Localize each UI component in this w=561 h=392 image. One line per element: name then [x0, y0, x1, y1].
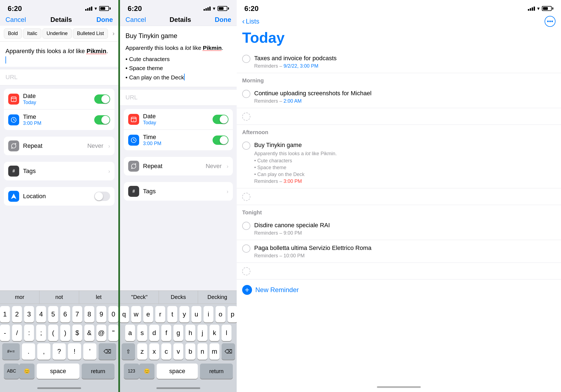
cancel-button-1[interactable]: Cancel	[5, 16, 26, 24]
key-f[interactable]: f	[161, 325, 171, 341]
url-field-1[interactable]: URL	[0, 69, 118, 85]
suggestion-2[interactable]: not	[39, 291, 79, 304]
suggestion-6[interactable]: Decking	[198, 291, 237, 304]
key-6[interactable]: 6	[60, 306, 70, 322]
new-reminder-button[interactable]: + New Reminder	[237, 279, 561, 300]
key-p[interactable]: p	[228, 306, 237, 322]
item-circle-empty-1[interactable]	[242, 113, 250, 121]
key-9[interactable]: 9	[96, 306, 106, 322]
key-z[interactable]: z	[137, 343, 147, 360]
key-g[interactable]: g	[173, 325, 183, 341]
key-s[interactable]: s	[137, 325, 147, 341]
key-question[interactable]: ?	[53, 343, 66, 360]
key-comma[interactable]: ,	[37, 343, 50, 360]
time-toggle-1[interactable]	[94, 115, 110, 125]
key-open-paren[interactable]: (	[48, 325, 58, 341]
key-v[interactable]: v	[173, 343, 183, 360]
key-0[interactable]: 0	[108, 306, 118, 322]
url-field-2[interactable]: URL	[120, 89, 237, 106]
key-at[interactable]: @	[96, 325, 106, 341]
key-space-1[interactable]: space	[37, 364, 79, 379]
date-row-2[interactable]: 7 Date Today	[124, 109, 233, 130]
key-2[interactable]: 2	[12, 306, 22, 322]
key-colon[interactable]: :	[24, 325, 34, 341]
location-toggle-1[interactable]	[94, 192, 110, 201]
item-circle-3[interactable]	[242, 142, 250, 150]
item-circle-5[interactable]	[242, 244, 250, 253]
key-quote[interactable]: "	[108, 325, 118, 341]
key-q[interactable]: q	[119, 306, 129, 322]
key-abc[interactable]: ABC	[4, 364, 19, 379]
key-o[interactable]: o	[216, 306, 225, 322]
key-semicolon[interactable]: ;	[36, 325, 46, 341]
key-space-2[interactable]: space	[157, 364, 198, 379]
delete-key-1[interactable]: ⌫	[99, 343, 116, 360]
time-row-2[interactable]: Time 3:00 PM	[124, 130, 233, 150]
item-circle-4[interactable]	[242, 222, 250, 230]
repeat-row-2[interactable]: Repeat Never ›	[124, 157, 233, 175]
key-k[interactable]: k	[210, 325, 219, 341]
key-u[interactable]: u	[191, 306, 201, 322]
key-slash[interactable]: /	[12, 325, 22, 341]
item-circle-2[interactable]	[242, 90, 250, 98]
key-3[interactable]: 3	[24, 306, 34, 322]
key-e[interactable]: e	[143, 306, 153, 322]
key-8[interactable]: 8	[84, 306, 94, 322]
suggestion-5[interactable]: Decks	[159, 291, 198, 304]
italic-button[interactable]: Italic	[23, 28, 41, 39]
key-period[interactable]: .	[22, 343, 35, 360]
more-formats-chevron-icon[interactable]: ›	[113, 30, 115, 37]
key-hashplus[interactable]: #+=	[2, 343, 20, 360]
key-i[interactable]: i	[204, 306, 213, 322]
key-x[interactable]: x	[149, 343, 159, 360]
key-5[interactable]: 5	[48, 306, 58, 322]
key-return-2[interactable]: return	[200, 364, 233, 379]
done-button-1[interactable]: Done	[96, 16, 113, 24]
date-toggle-2[interactable]	[213, 115, 228, 124]
shift-key-2[interactable]: ⇧	[122, 343, 135, 360]
time-row-1[interactable]: Time 3:00 PM	[4, 109, 115, 130]
key-n[interactable]: n	[198, 343, 207, 360]
key-dollar[interactable]: $	[72, 325, 82, 341]
key-h[interactable]: h	[185, 325, 195, 341]
bold-button[interactable]: Bold	[4, 28, 22, 39]
done-button-2[interactable]: Done	[215, 16, 231, 24]
key-w[interactable]: w	[131, 306, 141, 322]
date-toggle-1[interactable]	[94, 94, 110, 104]
key-emoji-2[interactable]: 😊	[139, 364, 154, 379]
key-j[interactable]: j	[198, 325, 207, 341]
key-r[interactable]: r	[155, 306, 165, 322]
tags-row-2[interactable]: # Tags ›	[124, 182, 233, 201]
underline-button[interactable]: Underline	[42, 28, 72, 39]
suggestion-3[interactable]: let	[79, 291, 118, 304]
key-1[interactable]: 1	[0, 306, 10, 322]
delete-key-2[interactable]: ⌫	[222, 343, 235, 360]
back-button[interactable]: ‹ Lists	[242, 17, 259, 26]
key-d[interactable]: d	[149, 325, 159, 341]
item-circle-empty-2[interactable]	[242, 193, 250, 201]
key-close-paren[interactable]: )	[60, 325, 70, 341]
key-minus[interactable]: -	[0, 325, 10, 341]
cancel-button-2[interactable]: Cancel	[125, 16, 146, 24]
key-4[interactable]: 4	[36, 306, 46, 322]
key-m[interactable]: m	[210, 343, 219, 360]
suggestion-4[interactable]: "Deck"	[120, 291, 159, 304]
item-circle-empty-3[interactable]	[242, 267, 250, 275]
key-l[interactable]: l	[222, 325, 231, 341]
key-exclaim[interactable]: !	[68, 343, 81, 360]
location-row-1[interactable]: Location	[4, 187, 115, 206]
note-body-2[interactable]: Buy Tinykin game Apparently this looks a…	[120, 26, 237, 87]
tags-row-1[interactable]: # Tags ›	[4, 162, 115, 180]
suggestion-1[interactable]: mor	[0, 291, 39, 304]
key-123[interactable]: 123	[124, 364, 139, 379]
key-apostrophe[interactable]: '	[83, 343, 96, 360]
bulleted-list-button[interactable]: Bulleted List	[73, 28, 108, 39]
repeat-row-1[interactable]: Repeat Never ›	[4, 137, 115, 155]
key-7[interactable]: 7	[72, 306, 82, 322]
key-emoji-1[interactable]: 😊	[19, 364, 35, 379]
key-c[interactable]: c	[161, 343, 171, 360]
key-y[interactable]: y	[179, 306, 189, 322]
key-return-1[interactable]: return	[82, 364, 115, 379]
item-circle-1[interactable]	[242, 55, 250, 63]
date-row-1[interactable]: 7 Date Today	[4, 89, 115, 109]
